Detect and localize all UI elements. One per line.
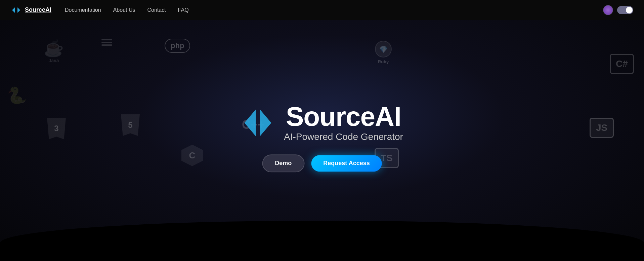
tech-html5: 5 xyxy=(121,114,140,136)
svg-marker-1 xyxy=(17,7,20,13)
tech-csharp: C# xyxy=(610,54,634,74)
tech-c: C xyxy=(181,145,203,166)
hero-curve xyxy=(0,221,644,261)
toggle-knob xyxy=(626,7,633,13)
navbar: SourceAI Documentation About Us Contact … xyxy=(0,0,644,20)
request-access-button[interactable]: Request Access xyxy=(311,155,382,172)
tech-scala xyxy=(101,37,113,49)
svg-rect-4 xyxy=(101,44,112,46)
svg-rect-3 xyxy=(101,42,112,43)
brand-logo[interactable]: SourceAI xyxy=(11,5,51,15)
svg-marker-0 xyxy=(12,7,15,13)
hero-title-block: SourceAI AI-Powered Code Generator xyxy=(284,103,403,142)
svg-rect-2 xyxy=(101,39,112,40)
nav-right xyxy=(603,5,633,15)
brand-name: SourceAI xyxy=(25,6,51,13)
hero-buttons: Demo Request Access xyxy=(262,154,382,172)
logo-icon xyxy=(11,5,22,15)
nav-contact[interactable]: Contact xyxy=(147,7,166,13)
svg-marker-7 xyxy=(244,109,256,136)
hero-section: ☕ Java php 💎 Ruby C# 🐍 3 5 C++ xyxy=(0,20,644,261)
hero-center: SourceAI AI-Powered Code Generator Demo … xyxy=(241,103,403,172)
hero-title: SourceAI xyxy=(284,103,403,130)
tech-css3: 3 xyxy=(47,118,66,139)
avatar[interactable] xyxy=(603,5,613,15)
svg-text:💎: 💎 xyxy=(379,45,388,53)
tech-python: 🐍 xyxy=(7,87,27,104)
hero-subtitle: AI-Powered Code Generator xyxy=(284,132,403,142)
demo-button[interactable]: Demo xyxy=(262,154,304,172)
hero-logo-row: SourceAI AI-Powered Code Generator xyxy=(241,103,403,142)
nav-links: Documentation About Us Contact FAQ xyxy=(65,7,603,13)
demo-button-label: Demo xyxy=(275,160,292,167)
ruby-icon: 💎 xyxy=(375,40,392,58)
nav-faq[interactable]: FAQ xyxy=(178,7,189,13)
request-access-label: Request Access xyxy=(323,160,370,166)
hero-logo-icon xyxy=(241,106,274,140)
theme-toggle[interactable] xyxy=(617,6,633,14)
scala-icon xyxy=(101,37,113,49)
nav-documentation[interactable]: Documentation xyxy=(65,7,101,13)
tech-php: php xyxy=(165,39,190,53)
tech-java: ☕ Java xyxy=(44,40,64,63)
tech-ruby: 💎 Ruby xyxy=(375,40,392,64)
nav-about-us[interactable]: About Us xyxy=(113,7,135,13)
svg-marker-8 xyxy=(260,109,271,136)
tech-js: JS xyxy=(590,118,614,138)
